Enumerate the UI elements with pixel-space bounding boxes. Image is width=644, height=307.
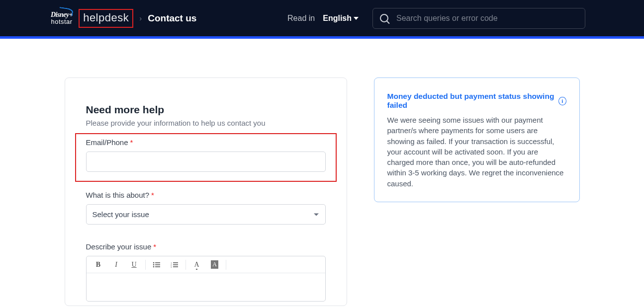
chevron-right-icon: › [139,14,142,22]
helpdesk-link[interactable]: helpdesk [79,9,133,28]
form-title: Need more help [86,104,326,116]
ordered-list-button[interactable]: 123 [166,259,184,271]
info-alert-card: Money deducted but payment status showin… [374,77,580,202]
svg-point-0 [153,262,155,263]
svg-rect-11 [173,266,178,267]
toolbar-separator [185,260,186,270]
main-content: Need more help Please provide your infor… [0,39,644,306]
form-subtitle: Please provide your information to help … [86,119,326,127]
email-field-highlight: Email/Phone* [75,133,337,182]
search-icon [380,14,388,22]
top-nav: Disney+ hotstar helpdesk › Contact us Re… [0,0,644,36]
svg-point-2 [153,264,155,265]
svg-rect-5 [155,266,160,267]
contact-form-card: Need more help Please provide your infor… [65,77,347,306]
info-icon[interactable]: i [558,97,566,105]
breadcrumb-current: Contact us [148,13,196,24]
svg-rect-7 [173,262,178,263]
issue-select[interactable]: Select your issue [86,204,326,225]
alert-title: Money deducted but payment status showin… [387,92,555,110]
highlight-color-button[interactable]: A [206,259,224,271]
required-mark: * [151,191,154,199]
brand-logo[interactable]: Disney+ hotstar [51,11,73,25]
rich-text-editor: B I U 123 A A [86,256,326,302]
rte-textarea[interactable] [87,273,325,301]
email-phone-label: Email/Phone* [86,138,326,147]
search-box[interactable] [372,8,585,29]
helpdesk-label: helpdesk [83,11,129,24]
toolbar-separator [226,260,226,270]
language-selector[interactable]: English [323,14,359,23]
chevron-down-icon [354,17,359,20]
read-in-label: Read in [287,14,315,23]
svg-point-4 [153,266,155,267]
underline-button[interactable]: U [125,259,143,271]
search-input[interactable] [396,14,578,23]
svg-rect-3 [155,264,160,265]
unordered-list-button[interactable] [148,259,166,271]
svg-rect-9 [173,264,178,265]
brand-text-bottom: hotstar [51,18,72,25]
issue-select-wrap[interactable]: Select your issue [86,204,326,225]
about-label: What is this about?* [86,191,326,199]
svg-rect-1 [155,262,160,263]
required-mark: * [153,242,156,251]
required-mark: * [130,138,133,147]
language-value: English [323,14,352,23]
language-block: Read in English [287,14,359,23]
svg-text:3: 3 [171,266,172,268]
email-phone-input[interactable] [86,152,326,172]
bold-button[interactable]: B [90,259,107,271]
rte-toolbar: B I U 123 A A [87,256,325,273]
alert-body: We were seeing some issues with our paym… [387,115,566,189]
toolbar-separator [145,260,146,270]
text-color-button[interactable]: A [188,259,206,271]
describe-label: Describe your issue* [86,242,326,251]
italic-button[interactable]: I [107,259,125,271]
